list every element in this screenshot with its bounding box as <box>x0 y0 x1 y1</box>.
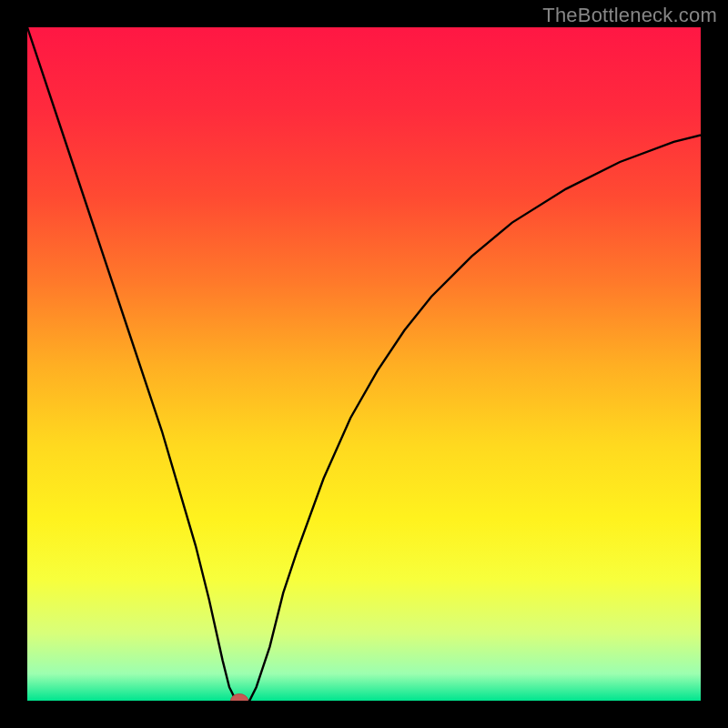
watermark-text: TheBottleneck.com <box>542 4 717 27</box>
bottleneck-chart <box>0 0 728 728</box>
gradient-background <box>27 27 701 701</box>
chart-frame: TheBottleneck.com <box>0 0 728 728</box>
optimal-point-marker <box>231 694 248 708</box>
